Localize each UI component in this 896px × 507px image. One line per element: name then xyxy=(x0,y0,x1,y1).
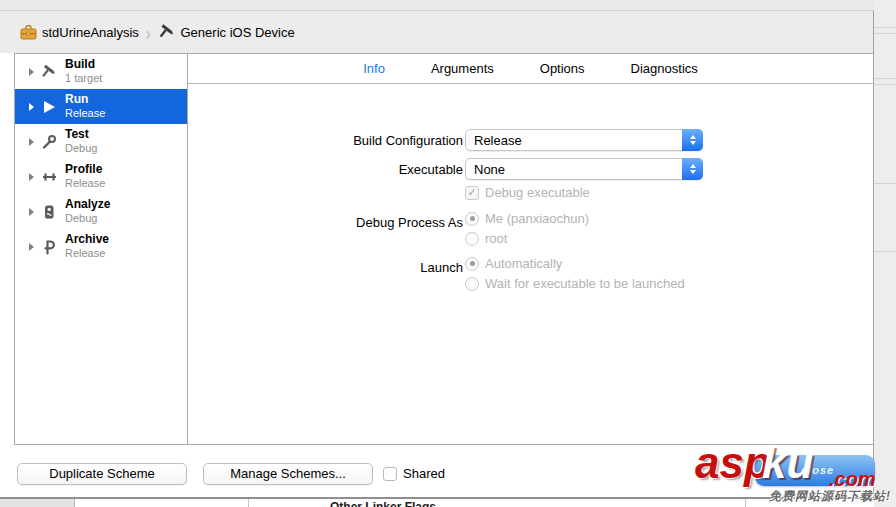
sidebar-item-archive[interactable]: Archive Release xyxy=(15,229,187,264)
debug-executable-checkbox[interactable] xyxy=(465,186,479,200)
disclosure-triangle-icon[interactable] xyxy=(29,243,34,251)
action-sublabel: Debug xyxy=(65,142,97,155)
sidebar-item-profile[interactable]: Profile Release xyxy=(15,159,187,194)
destination-selector[interactable]: Generic iOS Device xyxy=(158,24,295,40)
debug-as-root-label: root xyxy=(485,231,507,246)
launch-automatically-row: Automatically xyxy=(465,256,562,271)
wrench-icon xyxy=(39,133,59,151)
background-editor-strip xyxy=(874,0,896,507)
sidebar-item-build[interactable]: Build 1 target xyxy=(15,54,187,89)
popup-stepper-icon xyxy=(682,129,703,151)
debug-executable-label: Debug executable xyxy=(485,185,590,200)
sidebar-item-run[interactable]: Run Release xyxy=(15,89,187,124)
action-sublabel: Release xyxy=(65,247,109,260)
info-form: Build Configuration Release Executable N… xyxy=(188,85,873,444)
sidebar-item-analyze[interactable]: Analyze Debug xyxy=(15,194,187,229)
action-label: Build xyxy=(65,58,102,72)
action-label: Archive xyxy=(65,233,109,247)
build-configuration-label: Build Configuration xyxy=(188,133,463,148)
debug-as-me-label: Me (panxiaochun) xyxy=(485,211,589,226)
tab-arguments[interactable]: Arguments xyxy=(431,61,494,76)
scheme-editor-sheet: stdUrineAnalysis › Generic iOS Device xyxy=(0,10,874,498)
sheet-footer: Duplicate Scheme Manage Schemes... Share… xyxy=(0,463,873,503)
debug-as-root-row: root xyxy=(465,231,507,246)
breadcrumb-chevron-icon: › xyxy=(146,20,151,44)
launch-wait-label: Wait for executable to be launched xyxy=(485,276,685,291)
action-label: Analyze xyxy=(65,198,110,212)
debug-executable-row: Debug executable xyxy=(465,185,590,200)
analyze-icon xyxy=(39,203,59,221)
executable-value: None xyxy=(466,162,682,177)
debug-as-root-radio[interactable] xyxy=(465,232,479,246)
scheme-selector[interactable]: stdUrineAnalysis xyxy=(20,25,139,40)
tab-info[interactable]: Info xyxy=(363,61,385,76)
scheme-editor-window: Other Linker Flags stdUrineAnalysis › xyxy=(0,0,896,507)
executable-label: Executable xyxy=(188,162,463,177)
action-label: Profile xyxy=(65,163,105,177)
manage-schemes-button[interactable]: Manage Schemes... xyxy=(203,463,373,485)
action-sublabel: Release xyxy=(65,177,105,190)
destination-name: Generic iOS Device xyxy=(181,25,295,40)
tab-bar: Info Arguments Options Diagnostics xyxy=(188,54,873,84)
disclosure-triangle-icon[interactable] xyxy=(29,173,34,181)
scheme-actions-list: Build 1 target Run Release xyxy=(14,53,188,445)
action-sublabel: 1 target xyxy=(65,72,102,85)
executable-popup[interactable]: None xyxy=(465,158,703,180)
tab-options[interactable]: Options xyxy=(540,61,585,76)
action-label: Run xyxy=(65,93,105,107)
sidebar-item-test[interactable]: Test Debug xyxy=(15,124,187,159)
disclosure-triangle-icon[interactable] xyxy=(29,68,34,76)
play-icon xyxy=(39,98,59,116)
action-sublabel: Debug xyxy=(65,212,110,225)
disclosure-triangle-icon[interactable] xyxy=(29,103,34,111)
action-sublabel: Release xyxy=(65,107,105,120)
disclosure-triangle-icon[interactable] xyxy=(29,208,34,216)
debug-as-me-radio[interactable] xyxy=(465,212,479,226)
debug-as-me-row: Me (panxiaochun) xyxy=(465,211,589,226)
run-action-panel: Info Arguments Options Diagnostics Build… xyxy=(188,53,873,445)
launch-label: Launch xyxy=(188,260,463,275)
caliper-icon xyxy=(39,168,59,186)
build-configuration-popup[interactable]: Release xyxy=(465,129,703,151)
shared-row: Shared xyxy=(383,466,445,481)
disclosure-triangle-icon[interactable] xyxy=(29,138,34,146)
launch-wait-row: Wait for executable to be launched xyxy=(465,276,685,291)
action-label: Test xyxy=(65,128,97,142)
shared-checkbox[interactable] xyxy=(383,467,397,481)
duplicate-scheme-button[interactable]: Duplicate Scheme xyxy=(17,463,187,485)
sheet-body: Build 1 target Run Release xyxy=(0,53,873,497)
scheme-toolbox-icon xyxy=(20,25,37,40)
tab-diagnostics[interactable]: Diagnostics xyxy=(631,61,698,76)
destination-hammer-icon xyxy=(158,24,176,40)
shared-label: Shared xyxy=(403,466,445,481)
launch-automatically-radio[interactable] xyxy=(465,257,479,271)
archive-icon xyxy=(39,238,59,256)
scheme-name: stdUrineAnalysis xyxy=(42,25,139,40)
debug-process-as-label: Debug Process As xyxy=(188,215,463,230)
hammer-icon xyxy=(39,63,59,81)
breadcrumb: stdUrineAnalysis › Generic iOS Device xyxy=(20,22,295,42)
launch-wait-radio[interactable] xyxy=(465,277,479,291)
build-configuration-value: Release xyxy=(466,133,682,148)
popup-stepper-icon xyxy=(682,158,703,180)
launch-automatically-label: Automatically xyxy=(485,256,562,271)
